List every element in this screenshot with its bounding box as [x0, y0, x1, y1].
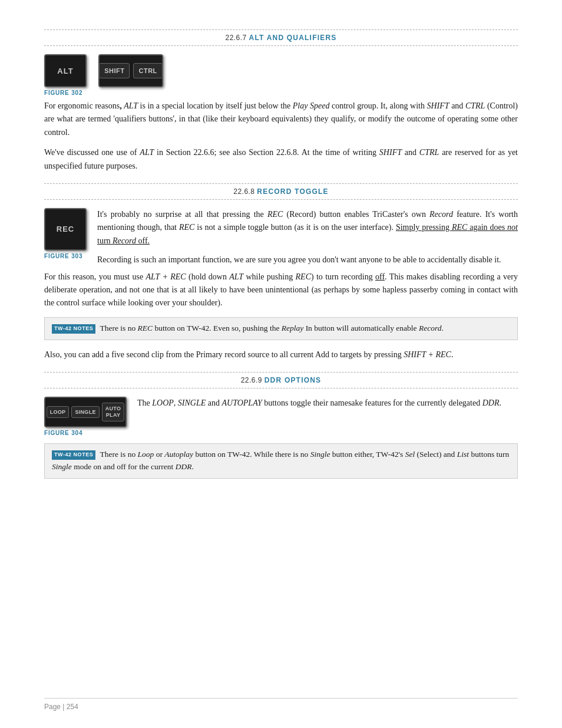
figure-304-image-col: LOOP SINGLE AUTO PLAY FIGURE 304 — [44, 397, 127, 440]
loop-single-autoplay-image: LOOP SINGLE AUTO PLAY — [44, 397, 127, 427]
figure-302-caption: FIGURE 302 — [44, 90, 518, 96]
alt-button-label: ALT — [57, 67, 73, 75]
section-num-22-6-9: 22.6.9 — [241, 376, 265, 384]
section-num-22-6-8: 22.6.8 — [233, 187, 257, 196]
ctrl-button: CTRL — [133, 63, 162, 78]
shift-button: SHIFT — [99, 63, 130, 78]
autoplay-button: AUTO PLAY — [102, 403, 125, 421]
section-num-22-6-7: 22.6.7 — [226, 34, 249, 42]
section-header-22-6-8: 22.6.8 RECORD TOGGLE — [44, 183, 518, 200]
figure-303-text: It's probably no surprise at all that pr… — [97, 208, 518, 267]
section-22-6-7: 22.6.7 ALT AND QUALIFIERS ALT SHIFT CTRL… — [44, 29, 518, 173]
figure-304-text: The LOOP, SINGLE and AUTOPLAY buttons to… — [137, 397, 518, 410]
section-22-6-9: 22.6.9 DDR OPTIONS LOOP SINGLE AUTO PLAY… — [44, 372, 518, 479]
section-title-22-6-7: ALT AND QUALIFIERS — [249, 34, 337, 42]
figure-303-caption: FIGURE 303 — [44, 253, 82, 259]
figure-304-caption: FIGURE 304 — [44, 430, 82, 436]
loop-button: LOOP — [47, 406, 70, 419]
tw42-note-22-6-8: TW-42 Notes There is no REC button on TW… — [44, 317, 518, 340]
section-22-6-8-para2: For this reason, you must use ALT + REC … — [44, 271, 518, 310]
section-title-22-6-9: DDR OPTIONS — [265, 376, 322, 384]
page: 22.6.7 ALT AND QUALIFIERS ALT SHIFT CTRL… — [0, 0, 562, 728]
section-22-6-7-para1: For ergonomic reasons, ALT is in a speci… — [44, 100, 518, 139]
shift-ctrl-image: SHIFT CTRL — [98, 54, 163, 87]
rec-label: REC — [57, 225, 74, 233]
figure-303-layout: REC FIGURE 303 It's probably no surprise… — [44, 208, 518, 267]
figure-303-image-col: REC FIGURE 303 — [44, 208, 87, 263]
figure-302-container: ALT SHIFT CTRL — [44, 54, 518, 87]
section-22-6-8-para3: Also, you can add a five second clip fro… — [44, 348, 518, 361]
section-22-6-8: 22.6.8 RECORD TOGGLE REC FIGURE 303 It's… — [44, 183, 518, 361]
tw42-badge-22-6-8: TW-42 Notes — [52, 324, 95, 334]
section-header-22-6-9: 22.6.9 DDR OPTIONS — [44, 372, 518, 388]
tw42-note-22-6-9: TW-42 Notes There is no Loop or Autoplay… — [44, 443, 518, 479]
section-22-6-7-para2: We've discussed one use of ALT in Sectio… — [44, 146, 518, 173]
tw42-badge-22-6-9: TW-42 Notes — [52, 450, 95, 460]
figure-304-layout: LOOP SINGLE AUTO PLAY FIGURE 304 The LOO… — [44, 397, 518, 440]
single-button: SINGLE — [71, 406, 99, 419]
section-header-22-6-7: 22.6.7 ALT AND QUALIFIERS — [44, 29, 518, 46]
rec-button-image: REC — [44, 208, 87, 251]
alt-button-image: ALT — [44, 54, 87, 87]
page-footer: Page | 254 — [44, 698, 518, 711]
section-title-22-6-8: RECORD TOGGLE — [257, 187, 328, 196]
page-number: Page | 254 — [44, 703, 78, 711]
